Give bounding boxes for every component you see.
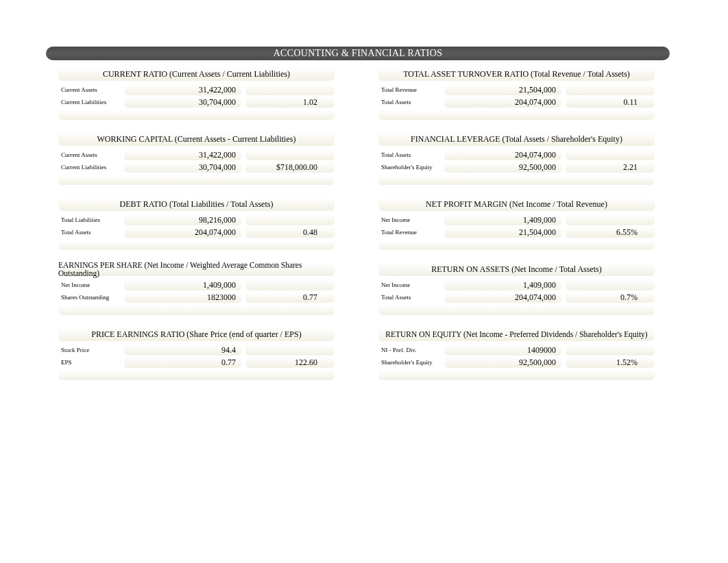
section-net-profit-margin: NET PROFIT MARGIN (Net Income / Total Re… xyxy=(378,197,655,250)
row-result: 2.21 xyxy=(566,162,655,173)
section-footer-bar xyxy=(378,371,655,380)
row-label: Stock Price xyxy=(58,347,120,353)
data-row: Total Revenue 21,504,000 xyxy=(378,84,655,96)
section-pe-ratio: PRICE EARNINGS RATIO (Share Price (end o… xyxy=(58,327,335,380)
data-row: Stock Price 94.4 xyxy=(58,344,335,356)
right-column: TOTAL ASSET TURNOVER RATIO (Total Revenu… xyxy=(378,67,655,392)
section-title: PRICE EARNINGS RATIO (Share Price (end o… xyxy=(58,327,335,341)
section-footer-bar xyxy=(378,305,655,315)
row-result xyxy=(566,149,655,160)
row-value: 0.77 xyxy=(124,357,241,368)
row-result: 1.02 xyxy=(245,97,335,108)
section-title: DEBT RATIO (Total Liabilities / Total As… xyxy=(58,197,335,211)
section-title: CURRENT RATIO (Current Assets / Current … xyxy=(58,67,335,81)
row-label: Current Assets xyxy=(58,151,120,158)
row-value: 31,422,000 xyxy=(124,149,241,160)
row-label: EPS xyxy=(58,359,120,366)
section-financial-leverage: FINANCIAL LEVERAGE (Total Assets / Share… xyxy=(378,132,655,185)
section-debt-ratio: DEBT RATIO (Total Liabilities / Total As… xyxy=(58,197,335,250)
row-label: Total Assets xyxy=(378,99,440,105)
data-row: Total Assets 204,074,000 0.11 xyxy=(378,96,655,108)
row-label: Current Liabilities xyxy=(58,164,120,171)
row-label: Shareholder's Equity xyxy=(378,359,440,366)
row-result xyxy=(566,214,655,225)
row-result xyxy=(245,279,335,290)
data-row: Total Assets 204,074,000 xyxy=(378,149,655,161)
row-value: 1823000 xyxy=(124,292,241,303)
section-footer-bar xyxy=(378,110,655,120)
section-working-capital: WORKING CAPITAL (Current Assets - Curren… xyxy=(58,132,335,185)
section-title: FINANCIAL LEVERAGE (Total Assets / Share… xyxy=(378,132,655,146)
row-label: Total Assets xyxy=(378,151,440,158)
section-footer-bar xyxy=(58,175,335,185)
row-label: Current Liabilities xyxy=(58,99,120,105)
section-title: EARNINGS PER SHARE (Net Income / Weighte… xyxy=(58,262,335,276)
row-result: 6.55% xyxy=(566,227,655,238)
row-value: 1409000 xyxy=(444,345,561,355)
row-result xyxy=(245,345,335,355)
section-footer-bar xyxy=(58,110,335,120)
row-result: 122.60 xyxy=(245,357,335,368)
section-total-asset-turnover: TOTAL ASSET TURNOVER RATIO (Total Revenu… xyxy=(378,67,655,120)
row-value: 1,409,000 xyxy=(444,279,561,290)
row-label: NI - Pref. Div. xyxy=(378,347,440,353)
row-label: Total Revenue xyxy=(378,229,440,236)
data-row: Current Liabilities 30,704,000 $718,000.… xyxy=(58,161,335,173)
row-result: 1.52% xyxy=(566,357,655,368)
data-row: NI - Pref. Div. 1409000 xyxy=(378,344,655,356)
row-value: 92,500,000 xyxy=(444,162,561,173)
row-value: 21,504,000 xyxy=(444,227,561,238)
row-value: 30,704,000 xyxy=(124,97,241,108)
page-title: ACCOUNTING & FINANCIAL RATIOS xyxy=(274,48,443,59)
row-label: Net Income xyxy=(58,282,120,288)
row-value: 1,409,000 xyxy=(124,279,241,290)
data-row: EPS 0.77 122.60 xyxy=(58,356,335,368)
section-roa: RETURN ON ASSETS (Net Income / Total Ass… xyxy=(378,262,655,315)
row-value: 92,500,000 xyxy=(444,357,561,368)
row-label: Total Revenue xyxy=(378,86,440,93)
section-footer-bar xyxy=(58,240,335,250)
left-column: CURRENT RATIO (Current Assets / Current … xyxy=(58,67,335,392)
data-row: Shareholder's Equity 92,500,000 2.21 xyxy=(378,161,655,173)
row-value: 21,504,000 xyxy=(444,84,561,95)
data-row: Total Assets 204,074,000 0.7% xyxy=(378,291,655,303)
data-row: Current Assets 31,422,000 xyxy=(58,84,335,96)
row-value: 31,422,000 xyxy=(124,84,241,95)
section-title: RETURN ON ASSETS (Net Income / Total Ass… xyxy=(378,262,655,276)
data-row: Net Income 1,409,000 xyxy=(378,214,655,226)
row-result xyxy=(566,279,655,290)
row-label: Current Assets xyxy=(58,86,120,93)
row-label: Net Income xyxy=(378,282,440,288)
data-row: Shares Outstanding 1823000 0.77 xyxy=(58,291,335,303)
row-value: 204,074,000 xyxy=(444,97,561,108)
row-result: 0.77 xyxy=(245,292,335,303)
row-result: 0.7% xyxy=(566,292,655,303)
data-row: Current Assets 31,422,000 xyxy=(58,149,335,161)
section-title: WORKING CAPITAL (Current Assets - Curren… xyxy=(58,132,335,146)
row-value: 30,704,000 xyxy=(124,162,241,173)
row-value: 98,216,000 xyxy=(124,214,241,225)
data-row: Total Liabilities 98,216,000 xyxy=(58,214,335,226)
row-result xyxy=(566,345,655,355)
data-row: Net Income 1,409,000 xyxy=(58,279,335,291)
data-row: Net Income 1,409,000 xyxy=(378,279,655,291)
section-footer-bar xyxy=(58,305,335,315)
ratios-columns: CURRENT RATIO (Current Assets / Current … xyxy=(58,67,655,392)
row-result xyxy=(245,214,335,225)
section-footer-bar xyxy=(378,175,655,185)
row-value: 1,409,000 xyxy=(444,214,561,225)
row-result xyxy=(245,149,335,160)
section-footer-bar xyxy=(378,240,655,250)
row-result xyxy=(245,84,335,95)
row-label: Shares Outstanding xyxy=(58,294,120,301)
row-value: 204,074,000 xyxy=(444,292,561,303)
page-title-bar: ACCOUNTING & FINANCIAL RATIOS xyxy=(46,47,670,60)
row-label: Total Liabilities xyxy=(58,216,120,223)
data-row: Total Revenue 21,504,000 6.55% xyxy=(378,226,655,238)
section-footer-bar xyxy=(58,371,335,380)
row-value: 204,074,000 xyxy=(124,227,241,238)
row-result: 0.48 xyxy=(245,227,335,238)
section-roe: RETURN ON EQUITY (Net Income - Preferred… xyxy=(378,327,655,380)
row-label: Shareholder's Equity xyxy=(378,164,440,171)
data-row: Total Assets 204,074,000 0.48 xyxy=(58,226,335,238)
